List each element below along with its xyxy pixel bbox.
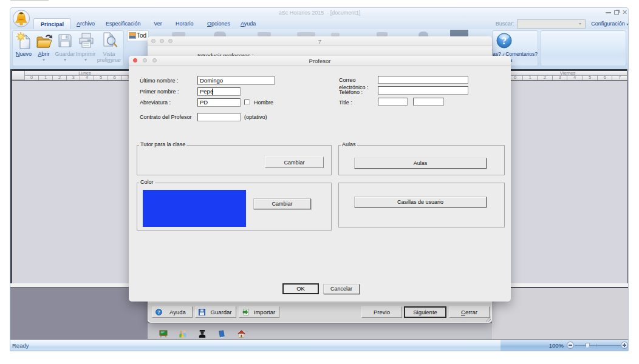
svg-text:?: ?	[157, 309, 160, 315]
svg-text:?: ?	[502, 36, 507, 46]
svg-text:-asc-: -asc-	[18, 18, 24, 21]
